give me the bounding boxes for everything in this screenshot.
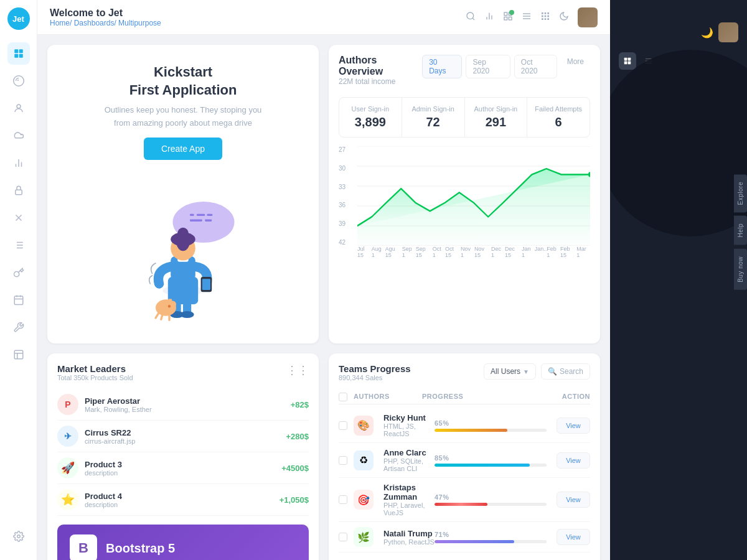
stat-admin-signin: Admin Sign-in 72 (402, 98, 465, 137)
search-icon[interactable] (466, 11, 476, 24)
svg-point-73 (168, 305, 171, 307)
all-users-select[interactable]: All Users ▼ (484, 363, 536, 380)
market-value-1: +280$ (286, 432, 309, 441)
market-desc-1: cirrus-aircraft.jsp (85, 437, 280, 445)
market-logo-2: 🚀 (57, 457, 78, 478)
team-member-1: ♻ Anne Clarc PHP, SQLite, Artisan CLI (354, 448, 435, 472)
svg-rect-2 (14, 54, 18, 58)
svg-line-70 (156, 312, 159, 318)
app-logo[interactable]: Jet (7, 7, 30, 30)
rp-user-avatar[interactable] (718, 22, 738, 42)
bootstrap-label: Bootstrap 5 (106, 541, 175, 556)
market-info-2: Product 3 description (85, 460, 275, 477)
svg-rect-38 (545, 12, 547, 14)
svg-rect-84 (628, 62, 631, 65)
all-users-label: All Users (491, 367, 520, 376)
svg-rect-49 (197, 214, 205, 216)
analytics-icon[interactable] (484, 11, 494, 24)
sidebar-item-lock2[interactable] (7, 261, 30, 284)
buy-now-button[interactable]: Buy now (734, 249, 747, 290)
sidebar-item-close[interactable] (7, 207, 30, 229)
market-value-3: +1,050$ (280, 495, 309, 505)
team-skill-0: HTML, JS, ReactJS (383, 422, 435, 437)
view-button-0[interactable]: View (557, 418, 590, 434)
market-name-0: Piper Aerostar (85, 396, 284, 406)
market-info-3: Product 4 description (85, 492, 273, 508)
team-avatar-2: 🎯 (354, 490, 374, 510)
sidebar-item-calendar[interactable] (7, 289, 30, 311)
chart-svg (357, 146, 590, 246)
svg-rect-17 (14, 296, 23, 305)
market-logo-3: ⭐ (57, 489, 78, 510)
apps-icon[interactable] (540, 11, 550, 24)
svg-rect-3 (19, 54, 22, 58)
sidebar-item-chart[interactable] (7, 152, 30, 174)
progress-bar-2 (435, 503, 547, 506)
select-all-checkbox[interactable] (339, 393, 347, 401)
progress-wrap-2: 47% (435, 493, 547, 506)
sidebar-item-user[interactable] (7, 97, 30, 119)
row-checkbox-1[interactable] (339, 456, 347, 465)
tab-more[interactable]: More (561, 55, 590, 78)
sidebar-item-list[interactable] (7, 234, 30, 256)
market-item-2: 🚀 Product 3 description +4500$ (57, 452, 309, 484)
team-check-2 (339, 495, 354, 504)
market-info-1: Cirrus SR22 cirrus-aircraft.jsp (85, 428, 280, 445)
sidebar-item-cloud[interactable] (7, 124, 30, 147)
market-title-group: Market Leaders Total 350k Products Sold (57, 363, 133, 389)
svg-rect-37 (542, 12, 543, 14)
market-menu-icon[interactable]: ⋮⋮ (286, 363, 309, 377)
team-check-0 (339, 421, 354, 430)
teams-header: Teams Progress 890,344 Sales All Users ▼… (339, 363, 590, 388)
sidebar-item-settings[interactable] (7, 525, 30, 548)
rp-tab-grid[interactable] (619, 52, 636, 70)
authors-income: 22M total income (339, 77, 422, 86)
dark-mode-toggle[interactable]: 🌙 (701, 27, 713, 39)
dark-mode-icon[interactable] (559, 11, 569, 24)
view-button-1[interactable]: View (557, 452, 590, 469)
user-avatar[interactable] (578, 7, 598, 27)
svg-rect-0 (14, 49, 18, 53)
sidebar-item-fingerprint[interactable] (7, 70, 30, 92)
tab-oct2020[interactable]: Oct 2020 (514, 55, 557, 78)
create-app-button[interactable]: Create App (144, 138, 222, 160)
svg-line-71 (161, 315, 162, 320)
row-checkbox-0[interactable] (339, 421, 347, 430)
view-button-2[interactable]: View (557, 492, 590, 508)
team-avatar-0: 🎨 (354, 416, 374, 436)
stat-admin-signin-label: Admin Sign-in (407, 105, 459, 113)
row-checkbox-3[interactable] (339, 533, 347, 541)
main-area: Welcome to Jet Home/ Dashboards/ Multipu… (37, 0, 610, 560)
stat-author-signin-value: 291 (470, 115, 522, 129)
help-button[interactable]: Help (734, 216, 747, 245)
progress-fill-2 (435, 503, 487, 506)
sidebar-item-dashboard[interactable] (7, 42, 30, 65)
team-action-3: View (547, 529, 590, 545)
teams-progress-card: Teams Progress 890,344 Sales All Users ▼… (329, 353, 600, 560)
sidebar-item-layout[interactable] (7, 343, 30, 366)
teams-table-header: AUTHORS PROGRESS ACTION (339, 390, 590, 404)
team-skill-3: Python, ReactJS (383, 538, 435, 546)
tab-30days[interactable]: 30 Days (422, 55, 462, 78)
breadcrumb-dashboards: Dashboards/ (74, 19, 118, 27)
progress-pct-0: 65% (435, 419, 547, 427)
row-checkbox-2[interactable] (339, 495, 347, 504)
svg-rect-43 (542, 18, 543, 20)
market-item-1: ✈ Cirrus SR22 cirrus-aircraft.jsp +280$ (57, 421, 309, 452)
teams-controls: All Users ▼ 🔍 Search (484, 363, 590, 380)
team-member-0: 🎨 Ricky Hunt HTML, JS, ReactJS (354, 413, 435, 437)
progress-fill-0 (435, 429, 507, 432)
sidebar-item-tool[interactable] (7, 316, 30, 338)
tab-sep2020[interactable]: Sep 2020 (466, 55, 510, 78)
team-avatar-3: 🌿 (354, 527, 374, 547)
sidebar-item-lock[interactable] (7, 179, 30, 202)
rp-header: 🌙 (610, 12, 747, 52)
view-button-3[interactable]: View (557, 529, 590, 545)
col-check-header (339, 393, 354, 401)
menu-icon[interactable] (522, 11, 532, 24)
teams-subtitle: 890,344 Sales (339, 374, 411, 381)
market-desc-2: description (85, 469, 275, 477)
explore-button[interactable]: Explore (734, 174, 747, 212)
grid-icon[interactable] (503, 11, 513, 24)
authors-header: Authors Overview 22M total income 30 Day… (339, 55, 590, 88)
